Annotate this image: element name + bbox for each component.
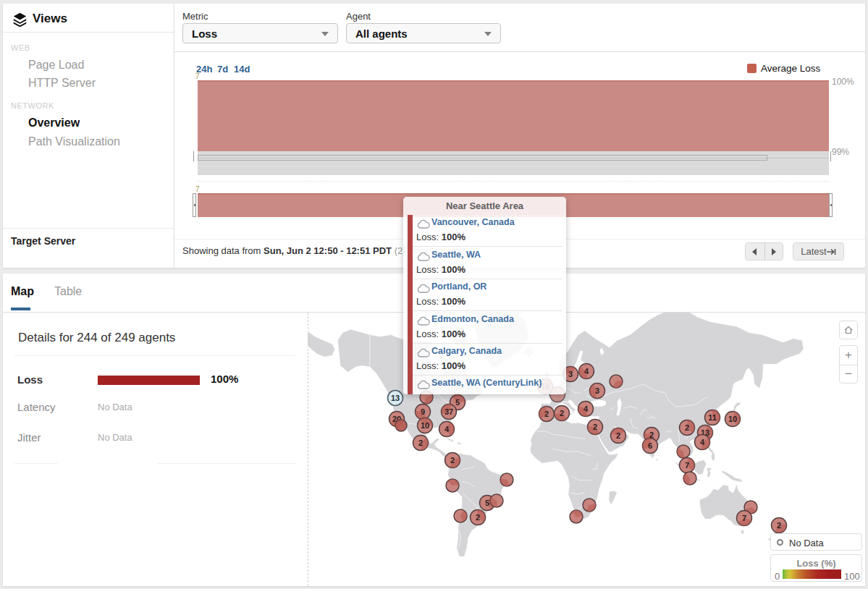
svg-text:10: 10 <box>421 421 429 430</box>
svg-text:4: 4 <box>444 425 450 433</box>
svg-text:2: 2 <box>418 438 423 447</box>
svg-text:5: 5 <box>455 398 460 407</box>
svg-text:2: 2 <box>685 423 689 432</box>
svg-text:3: 3 <box>568 370 573 378</box>
svg-text:2: 2 <box>544 410 549 418</box>
svg-text:11: 11 <box>708 413 717 422</box>
svg-text:13: 13 <box>391 394 400 402</box>
svg-text:2: 2 <box>616 431 620 440</box>
svg-text:37: 37 <box>444 407 453 416</box>
svg-text:9: 9 <box>421 407 425 416</box>
svg-text:6: 6 <box>648 441 652 450</box>
svg-text:4: 4 <box>700 438 705 446</box>
svg-text:3: 3 <box>595 386 599 395</box>
svg-text:2: 2 <box>450 456 455 465</box>
svg-text:7: 7 <box>685 461 689 470</box>
svg-text:2: 2 <box>476 513 480 522</box>
svg-text:2: 2 <box>560 409 564 418</box>
svg-text:2: 2 <box>593 423 597 431</box>
svg-text:10: 10 <box>728 415 737 423</box>
svg-text:2: 2 <box>777 521 781 530</box>
svg-text:4: 4 <box>584 367 589 376</box>
svg-text:5: 5 <box>485 499 489 507</box>
svg-text:7: 7 <box>742 514 746 522</box>
svg-text:4: 4 <box>583 404 589 413</box>
